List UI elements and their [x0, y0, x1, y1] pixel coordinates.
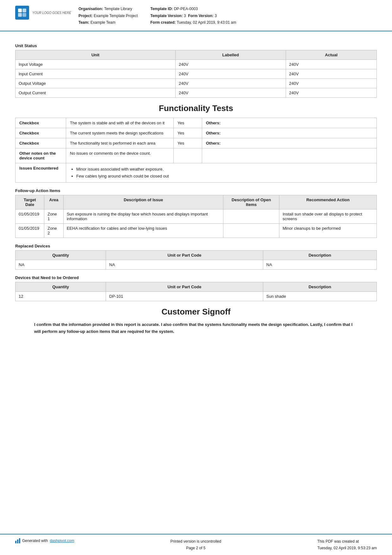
unit-col-header: Unit [16, 50, 176, 59]
table-row: Issues EncounteredMinor issues associate… [16, 163, 377, 182]
dto-desc-header: Description [263, 282, 376, 291]
project-label: Project: [78, 14, 93, 18]
actual-col-header: Actual [286, 50, 376, 59]
template-id-value: DP-PEA-0003 [174, 7, 198, 11]
project-value: Example Template Project [94, 14, 138, 18]
replaced-devices-heading: Replaced Devices [15, 244, 377, 248]
table-row: CheckboxThe functionality test is perfor… [16, 138, 377, 148]
table-row: NANANA [16, 260, 377, 269]
org-value: Template Library [104, 7, 132, 11]
table-row: Output Current240V240V [16, 88, 377, 97]
pdf-created-date: Tuesday, 02 April 2019, 9:53:23 am [317, 545, 377, 551]
dashpivot-link[interactable]: dashpivot.com [50, 539, 74, 543]
table-row: Output Voltage240V240V [16, 78, 377, 88]
devices-to-order-table: Quantity Unit or Part Code Description 1… [15, 282, 377, 301]
table-row: 01/05/2019Zone 1Sun exposure is ruining … [16, 209, 377, 223]
dashpivot-icon [15, 538, 20, 543]
table-row: 01/05/2019Zone 2EEHA rectification for c… [16, 223, 377, 238]
unit-status-table: Unit Labelled Actual Input Voltage240V24… [15, 50, 377, 98]
table-row: Input Voltage240V240V [16, 59, 377, 69]
logo-text: YOUR LOGO GOES HERE [32, 11, 71, 15]
table-row: 12DP-101Sun shade [16, 291, 377, 301]
description-open-header: Description of Open Items [223, 195, 279, 209]
logo-area: YOUR LOGO GOES HERE [15, 6, 72, 20]
form-version-value: 3 [215, 14, 217, 18]
customer-signoff-text: I confirm that the information provided … [15, 321, 377, 335]
header-meta-left: Organisation: Template Library Project: … [78, 6, 138, 26]
recommended-action-header: Recommended Action [279, 195, 377, 209]
dto-part-header: Unit or Part Code [106, 282, 263, 291]
form-created-value: Tuesday, 02 April 2019, 9:43:01 am [177, 20, 236, 25]
content: Unit Status Unit Labelled Actual Input V… [0, 31, 392, 534]
description-issue-header: Description of Issue [63, 195, 223, 209]
area-header: Area [44, 195, 64, 209]
followup-heading: Follow-up Action Items [15, 188, 377, 193]
customer-signoff-title: Customer Signoff [15, 307, 377, 317]
rd-qty-header: Quantity [16, 250, 106, 260]
svg-rect-2 [18, 13, 22, 17]
uncontrolled-text: Printed version is uncontrolled [170, 538, 221, 545]
target-date-header: Target Date [16, 195, 44, 209]
functionality-tests-title: Functionality Tests [15, 103, 377, 113]
generated-text: Generated with [22, 539, 48, 543]
pdf-created-label: This PDF was created at [317, 538, 377, 545]
template-version-label: Template Version: [150, 14, 183, 18]
footer: Generated with dashpivot.com Printed ver… [0, 534, 392, 555]
svg-rect-0 [18, 9, 22, 12]
team-value: Example Team [90, 20, 115, 25]
org-label: Organisation: [78, 7, 103, 11]
table-row: Other notes on the device countNo issues… [16, 148, 377, 163]
template-version-value: 3 [184, 14, 186, 18]
form-version-label: Form Version: [188, 14, 214, 18]
header: YOUR LOGO GOES HERE Organisation: Templa… [0, 0, 392, 31]
header-meta-right: Template ID: DP-PEA-0003 Template Versio… [150, 6, 236, 26]
form-created-label: Form created: [150, 20, 176, 25]
dto-qty-header: Quantity [16, 282, 106, 291]
header-meta: Organisation: Template Library Project: … [78, 6, 377, 26]
followup-table: Target Date Area Description of Issue De… [15, 195, 377, 238]
footer-right: This PDF was created at Tuesday, 02 Apri… [317, 538, 377, 551]
table-row: Input Current240V240V [16, 69, 377, 78]
svg-rect-1 [22, 9, 26, 12]
functionality-tests-table: CheckboxThe system is stable and with al… [15, 118, 377, 183]
svg-rect-3 [22, 13, 26, 17]
footer-center: Printed version is uncontrolled Page 2 o… [170, 538, 221, 551]
rd-part-header: Unit or Part Code [106, 250, 263, 260]
unit-status-heading: Unit Status [15, 43, 377, 48]
rd-desc-header: Description [263, 250, 376, 260]
labelled-col-header: Labelled [176, 50, 286, 59]
replaced-devices-table: Quantity Unit or Part Code Description N… [15, 250, 377, 270]
page: YOUR LOGO GOES HERE Organisation: Templa… [0, 0, 392, 555]
template-id-label: Template ID: [150, 7, 173, 11]
footer-left: Generated with dashpivot.com [15, 538, 74, 543]
logo-icon [15, 6, 29, 20]
table-row: CheckboxThe system is stable and with al… [16, 118, 377, 128]
team-label: Team: [78, 20, 89, 25]
page-number: Page 2 of 5 [170, 545, 221, 551]
table-row: CheckboxThe current system meets the des… [16, 128, 377, 138]
devices-to-order-heading: Devices that Need to be Ordered [15, 275, 377, 280]
